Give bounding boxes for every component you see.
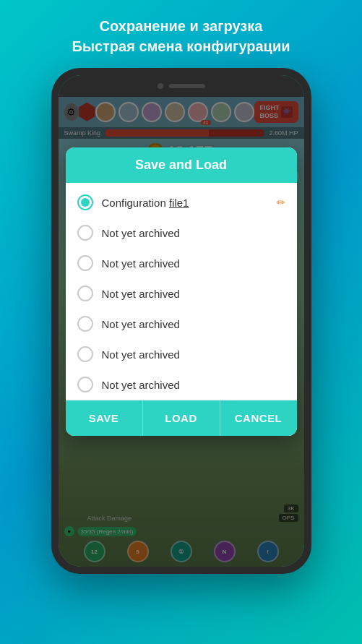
config-label-6: Not yet archived — [102, 379, 285, 391]
radio-outer-1 — [77, 225, 93, 241]
camera-dot — [158, 83, 163, 89]
modal-footer: SAVE LOAD CANCEL — [66, 400, 297, 436]
config-item-1[interactable]: Not yet archived — [66, 218, 297, 248]
config-item-2[interactable]: Not yet archived — [66, 248, 297, 278]
config-label-5: Not yet archived — [102, 348, 285, 361]
phone-frame: ⚙ 40 FIGHTBOSS 👾 — [51, 68, 311, 574]
radio-outer-4 — [77, 316, 93, 332]
save-load-modal: Save and Load Configuration file1✏Not ye… — [66, 147, 297, 436]
load-button[interactable]: LOAD — [142, 400, 220, 436]
config-label-1: Not yet archived — [102, 227, 285, 239]
phone-inner: ⚙ 40 FIGHTBOSS 👾 — [59, 75, 304, 567]
game-screen: ⚙ 40 FIGHTBOSS 👾 — [59, 97, 304, 567]
config-item-4[interactable]: Not yet archived — [66, 309, 297, 339]
config-item-6[interactable]: Not yet archived — [66, 369, 297, 400]
config-label-4: Not yet archived — [102, 318, 285, 330]
radio-outer-2 — [77, 255, 93, 271]
phone-top-bar — [59, 75, 304, 97]
radio-outer-6 — [77, 377, 93, 392]
header-line1: Сохранение и загрузка — [72, 16, 290, 36]
radio-outer-3 — [77, 285, 93, 301]
modal-title: Save and Load — [135, 158, 227, 172]
phone-speaker — [169, 84, 205, 88]
config-label-0: Configuration file1 — [102, 197, 268, 209]
radio-outer-0 — [77, 194, 93, 210]
modal-header: Save and Load — [66, 147, 297, 183]
config-label-3: Not yet archived — [102, 288, 285, 300]
save-button[interactable]: SAVE — [66, 400, 142, 436]
modal-body[interactable]: Configuration file1✏Not yet archivedNot … — [66, 183, 297, 400]
config-item-5[interactable]: Not yet archived — [66, 339, 297, 369]
header-text: Сохранение и загрузка Быстрая смена конф… — [58, 0, 305, 68]
modal-overlay: Save and Load Configuration file1✏Not ye… — [59, 97, 304, 567]
cancel-button[interactable]: CANCEL — [220, 400, 297, 436]
config-item-0[interactable]: Configuration file1✏ — [66, 187, 297, 218]
config-sublabel-0: file1 — [169, 197, 189, 209]
radio-inner-0 — [81, 198, 90, 207]
config-label-2: Not yet archived — [102, 257, 285, 270]
header-line2: Быстрая смена конфигурации — [72, 36, 290, 56]
edit-icon-0[interactable]: ✏ — [277, 197, 285, 208]
config-item-3[interactable]: Not yet archived — [66, 278, 297, 309]
radio-outer-5 — [77, 346, 93, 362]
